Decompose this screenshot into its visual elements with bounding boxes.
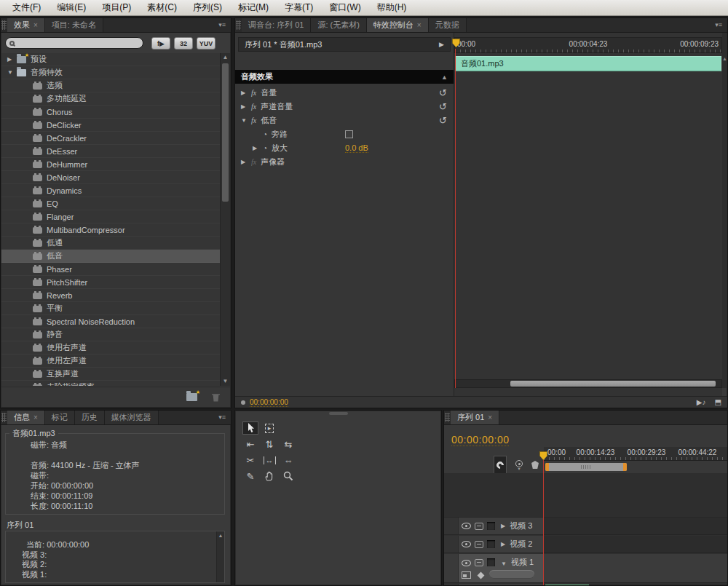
effect-list-item[interactable]: 选频 [1,79,220,92]
set-unnumbered-marker-button[interactable] [531,459,539,472]
effect-list-item[interactable]: DeNoiser [1,171,220,184]
tab-source-monitor[interactable]: 源: (无素材) [311,18,366,32]
effect-list-item[interactable]: ▶ 预设 [1,53,220,66]
sync-lock-icon[interactable] [475,523,483,530]
info-scrollbar[interactable]: ▲ [216,531,224,582]
rolling-edit-tool[interactable]: ⇅ [261,437,277,451]
track-header-video2[interactable]: ▶ 视频 2 [444,536,544,553]
close-icon[interactable]: × [488,413,492,421]
tab-project[interactable]: 项目: 未命名 [45,18,103,32]
toggle-track-output-icon[interactable] [462,523,471,529]
playhead-line[interactable] [543,460,544,585]
fx-icon[interactable]: fx [251,89,256,97]
effect-row-panner[interactable]: ▶ fx 声像器 [235,155,454,169]
track-lock-toggle[interactable] [487,522,495,530]
effect-list-item[interactable]: 多功能延迟 [1,92,220,106]
effect-row-channel-volume[interactable]: ▶ fx 声道音量 ↺ [235,100,454,114]
razor-tool[interactable]: ✂ [242,454,258,467]
audio-effects-section[interactable]: 音频效果 ▲ [235,70,454,84]
stopwatch-icon[interactable]: ◔ [263,144,267,152]
scrollbar-thumb[interactable] [222,63,229,202]
panel-grip[interactable] [236,20,241,30]
effect-list-item[interactable]: DeClicker [1,119,220,132]
tab-info[interactable]: 信息 × [7,411,45,424]
hand-tool[interactable] [261,470,277,483]
collapse-arrow-icon[interactable]: ▼ [241,117,250,124]
collapse-track-icon[interactable]: ▼ [501,561,507,567]
stopwatch-icon[interactable]: ◔ [263,130,267,138]
work-area-bar[interactable] [545,463,627,471]
slide-tool[interactable]: ⇔ [280,454,296,467]
sync-lock-icon[interactable] [475,559,483,566]
menu-item[interactable]: 帮助(H) [369,0,415,16]
effect-list-item[interactable]: EQ [1,197,220,210]
rate-stretch-tool[interactable]: ⇆ [280,437,296,451]
current-timecode[interactable]: 00:00:00:00 [250,398,288,407]
effects-scrollbar[interactable]: ▲ ▼ [220,53,230,386]
effect-list-item[interactable]: Flanger [1,210,220,223]
tree-expand-arrow[interactable]: ▼ [7,69,17,76]
bypass-checkbox[interactable] [345,130,353,138]
panel-grip[interactable] [1,413,7,422]
expand-track-icon[interactable]: ▶ [501,523,505,529]
effect-list-item[interactable]: Dynamics [1,184,220,197]
menu-item[interactable]: 窗口(W) [321,0,368,16]
effect-list-item[interactable]: 平衡 [1,302,220,315]
panel-menu-icon[interactable]: ▾≡ [213,411,231,424]
tab-history[interactable]: 历史 [75,411,105,424]
expand-arrow-icon[interactable]: ▶ [241,159,250,165]
reset-icon[interactable]: ↺ [439,115,447,126]
effect-row-volume[interactable]: ▶ fx 音量 ↺ [235,86,454,100]
effect-list-item[interactable]: 使用右声道 [1,341,220,355]
menu-item[interactable]: 字幕(T) [277,0,321,16]
sync-lock-icon[interactable] [475,541,483,548]
audio-clip[interactable]: 音频01.m [545,585,589,585]
panel-grip[interactable] [1,20,7,30]
track-content-video1[interactable] [544,554,727,583]
32bit-badge[interactable]: 32 [174,37,193,50]
expand-arrow-icon[interactable]: ▶ [241,90,250,96]
effect-list-item[interactable]: Reverb [1,289,220,302]
sequence-timecode[interactable]: 00:00:00:00 [451,434,509,446]
playhead-line[interactable] [455,49,456,388]
show-timeline-icon[interactable]: ▶ [439,41,444,48]
zoom-tool[interactable] [280,470,296,483]
selection-tool[interactable] [242,421,258,435]
panel-grip[interactable] [445,413,450,422]
set-display-style-icon[interactable] [462,571,471,579]
close-icon[interactable]: × [33,21,38,29]
effect-list-item[interactable]: DeCrackler [1,132,220,145]
track-header-audio1[interactable]: ▶ 音频 1 [444,584,544,585]
close-icon[interactable]: × [33,413,38,421]
effect-list-item[interactable]: DeEsser [1,145,220,158]
menu-item[interactable]: 编辑(E) [49,0,94,16]
expand-arrow-icon[interactable]: ▶ [241,103,250,110]
track-header-video1[interactable]: ▼ 视频 1 [444,554,544,583]
toggle-audio-loop-icon[interactable]: ⬒ [715,398,721,406]
ripple-edit-tool[interactable]: ⇤ [242,437,258,451]
yuv-badge[interactable]: YUV [197,37,215,50]
effect-list-item[interactable]: DeHummer [1,158,220,171]
menu-item[interactable]: 项目(P) [94,0,139,16]
fx-icon[interactable]: fx [251,103,256,111]
search-box[interactable] [5,37,143,49]
effect-list-item[interactable]: 静音 [1,328,220,341]
panel-menu-icon[interactable]: ▾≡ [710,18,727,32]
clip-header[interactable]: 序列 01 * 音频01.mp3 ▶ [238,37,451,52]
fx-icon[interactable]: fx [251,116,256,124]
panel-menu-icon[interactable]: ▾≡ [213,18,231,32]
effect-list-item[interactable]: PitchShifter [1,276,220,289]
effect-list-item[interactable]: 去除指定频率 [1,381,220,386]
time-ruler[interactable]: 00:00 00:00:14:23 00:00:29:23 00:00:44:2… [544,447,727,461]
tab-markers[interactable]: 标记 [45,411,75,424]
track-content-video2[interactable] [544,536,727,553]
work-area-grip[interactable] [581,465,591,469]
tab-effect-controls[interactable]: 特效控制台 × [367,18,429,32]
search-input[interactable] [17,38,141,48]
reset-icon[interactable]: ↺ [439,101,447,112]
effect-row-bass[interactable]: ▼ fx 低音 ↺ [235,114,454,127]
effect-list-item[interactable]: Chorus [1,106,220,119]
menu-item[interactable]: 文件(F) [4,0,49,16]
boost-value[interactable]: 0.0 dB [345,143,368,153]
track-header-video3[interactable]: ▶ 视频 3 [444,518,544,535]
